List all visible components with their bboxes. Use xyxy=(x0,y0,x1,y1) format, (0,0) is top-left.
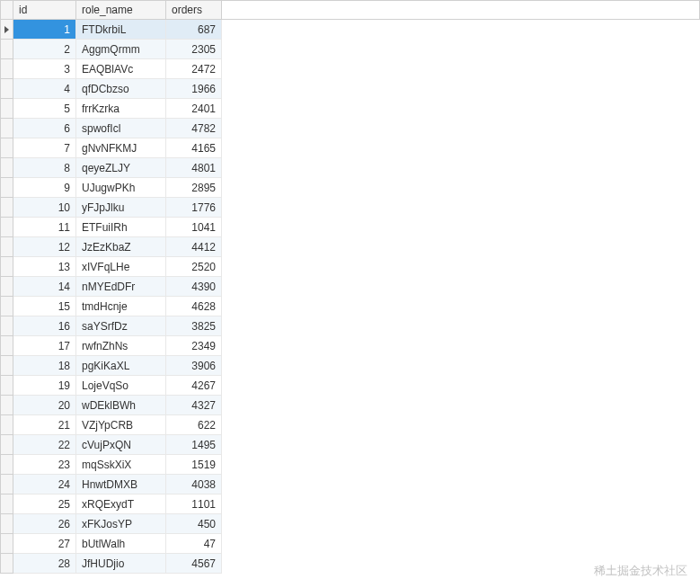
row-indicator[interactable] xyxy=(1,376,13,396)
cell-rolename[interactable]: nMYEdDFr xyxy=(76,277,166,297)
cell-id[interactable]: 4 xyxy=(13,79,76,99)
cell-orders[interactable]: 4267 xyxy=(166,376,222,396)
column-header-rolename[interactable]: role_name xyxy=(76,1,166,20)
table-row[interactable]: 12JzEzKbaZ4412 xyxy=(1,237,700,257)
row-indicator[interactable] xyxy=(1,554,13,574)
cell-rolename[interactable]: ETFuiIRh xyxy=(76,218,166,237)
cell-id[interactable]: 10 xyxy=(13,198,76,218)
cell-id[interactable]: 23 xyxy=(13,455,76,475)
row-indicator[interactable] xyxy=(1,79,13,99)
cell-id[interactable]: 16 xyxy=(13,316,76,336)
table-row[interactable]: 19LojeVqSo4267 xyxy=(1,376,700,396)
column-header-id[interactable]: id xyxy=(13,1,76,20)
cell-id[interactable]: 5 xyxy=(13,99,76,119)
table-row[interactable]: 26xFKJosYP450 xyxy=(1,514,700,534)
cell-id[interactable]: 7 xyxy=(13,138,76,158)
cell-rolename[interactable]: VZjYpCRB xyxy=(76,415,166,435)
row-indicator[interactable] xyxy=(1,198,13,218)
cell-rolename[interactable]: bUtlWalh xyxy=(76,534,166,554)
cell-orders[interactable]: 2305 xyxy=(166,40,222,59)
table-row[interactable]: 15tmdHcnje4628 xyxy=(1,297,700,316)
cell-orders[interactable]: 47 xyxy=(166,534,222,554)
cell-id[interactable]: 1 xyxy=(13,20,76,40)
table-row[interactable]: 10yFJpJlku1776 xyxy=(1,198,700,218)
cell-orders[interactable]: 1519 xyxy=(166,455,222,475)
cell-rolename[interactable]: cVujPxQN xyxy=(76,435,166,455)
cell-rolename[interactable]: LojeVqSo xyxy=(76,376,166,396)
cell-id[interactable]: 15 xyxy=(13,297,76,316)
cell-orders[interactable]: 450 xyxy=(166,514,222,534)
row-indicator[interactable] xyxy=(1,494,13,514)
cell-id[interactable]: 25 xyxy=(13,494,76,514)
row-indicator[interactable] xyxy=(1,99,13,119)
cell-orders[interactable]: 1966 xyxy=(166,79,222,99)
cell-orders[interactable]: 2401 xyxy=(166,99,222,119)
table-row[interactable]: 25xRQExydT1101 xyxy=(1,494,700,514)
cell-rolename[interactable]: xRQExydT xyxy=(76,494,166,514)
cell-rolename[interactable]: AggmQrmm xyxy=(76,40,166,59)
table-row[interactable]: 2AggmQrmm2305 xyxy=(1,40,700,59)
cell-orders[interactable]: 4567 xyxy=(166,554,222,574)
cell-rolename[interactable]: qeyeZLJY xyxy=(76,158,166,178)
cell-id[interactable]: 17 xyxy=(13,336,76,356)
cell-orders[interactable]: 2472 xyxy=(166,59,222,79)
cell-id[interactable]: 26 xyxy=(13,514,76,534)
row-indicator[interactable] xyxy=(1,435,13,455)
row-indicator[interactable] xyxy=(1,475,13,494)
cell-rolename[interactable]: mqSskXiX xyxy=(76,455,166,475)
column-header-orders[interactable]: orders xyxy=(166,1,222,20)
cell-id[interactable]: 6 xyxy=(13,119,76,138)
row-indicator[interactable] xyxy=(1,59,13,79)
cell-id[interactable]: 27 xyxy=(13,534,76,554)
table-row[interactable]: 3EAQBlAVc2472 xyxy=(1,59,700,79)
cell-id[interactable]: 14 xyxy=(13,277,76,297)
table-row[interactable]: 14nMYEdDFr4390 xyxy=(1,277,700,297)
cell-rolename[interactable]: qfDCbzso xyxy=(76,79,166,99)
cell-orders[interactable]: 1776 xyxy=(166,198,222,218)
row-indicator[interactable] xyxy=(1,119,13,138)
cell-rolename[interactable]: pgKiKaXL xyxy=(76,356,166,376)
table-row[interactable]: 17rwfnZhNs2349 xyxy=(1,336,700,356)
cell-rolename[interactable]: tmdHcnje xyxy=(76,297,166,316)
cell-id[interactable]: 20 xyxy=(13,396,76,415)
cell-orders[interactable]: 4390 xyxy=(166,277,222,297)
cell-id[interactable]: 18 xyxy=(13,356,76,376)
table-row[interactable]: 28JfHUDjio4567 xyxy=(1,554,700,574)
table-row[interactable]: 4qfDCbzso1966 xyxy=(1,79,700,99)
table-row[interactable]: 22cVujPxQN1495 xyxy=(1,435,700,455)
cell-rolename[interactable]: saYSrfDz xyxy=(76,316,166,336)
row-indicator[interactable] xyxy=(1,297,13,316)
row-indicator[interactable] xyxy=(1,257,13,277)
table-row[interactable]: 20wDEklBWh4327 xyxy=(1,396,700,415)
table-row[interactable]: 5frrKzrka2401 xyxy=(1,99,700,119)
row-indicator[interactable] xyxy=(1,336,13,356)
cell-orders[interactable]: 622 xyxy=(166,415,222,435)
row-indicator[interactable] xyxy=(1,40,13,59)
cell-id[interactable]: 3 xyxy=(13,59,76,79)
cell-rolename[interactable]: JzEzKbaZ xyxy=(76,237,166,257)
cell-rolename[interactable]: JfHUDjio xyxy=(76,554,166,574)
cell-id[interactable]: 21 xyxy=(13,415,76,435)
table-row[interactable]: 27bUtlWalh47 xyxy=(1,534,700,554)
cell-rolename[interactable]: yFJpJlku xyxy=(76,198,166,218)
cell-orders[interactable]: 4327 xyxy=(166,396,222,415)
row-indicator[interactable] xyxy=(1,514,13,534)
cell-id[interactable]: 13 xyxy=(13,257,76,277)
cell-id[interactable]: 28 xyxy=(13,554,76,574)
table-row[interactable]: 18pgKiKaXL3906 xyxy=(1,356,700,376)
row-indicator[interactable] xyxy=(1,415,13,435)
cell-rolename[interactable]: frrKzrka xyxy=(76,99,166,119)
cell-orders[interactable]: 1041 xyxy=(166,218,222,237)
row-indicator[interactable] xyxy=(1,158,13,178)
cell-orders[interactable]: 4801 xyxy=(166,158,222,178)
cell-id[interactable]: 8 xyxy=(13,158,76,178)
cell-rolename[interactable]: UJugwPKh xyxy=(76,178,166,198)
row-indicator[interactable] xyxy=(1,316,13,336)
cell-rolename[interactable]: wDEklBWh xyxy=(76,396,166,415)
cell-rolename[interactable]: EAQBlAVc xyxy=(76,59,166,79)
table-row[interactable]: 11ETFuiIRh1041 xyxy=(1,218,700,237)
cell-orders[interactable]: 4165 xyxy=(166,138,222,158)
cell-id[interactable]: 19 xyxy=(13,376,76,396)
row-indicator[interactable] xyxy=(1,356,13,376)
cell-orders[interactable]: 1495 xyxy=(166,435,222,455)
